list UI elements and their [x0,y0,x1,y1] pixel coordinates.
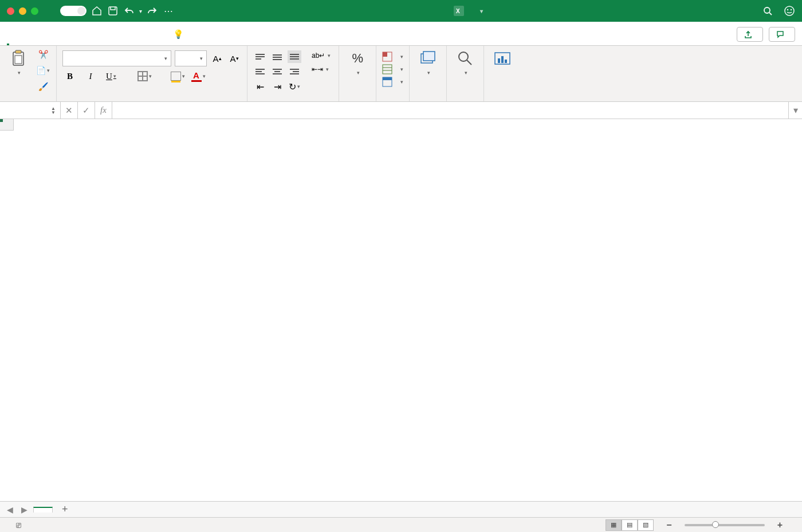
cell-styles-button[interactable]: ▾ [382,77,403,87]
paste-button[interactable]: ▾ [6,48,31,77]
zoom-slider[interactable] [685,524,765,526]
font-color-button[interactable]: A▾ [191,70,206,82]
group-styles: ▾ ▾ ▾ [376,46,410,101]
wrap-text-icon: ab↵ [312,52,325,60]
zoom-thumb-icon[interactable] [712,521,719,528]
add-sheet-button[interactable]: + [56,503,74,515]
tell-me-search[interactable]: 💡 [172,25,188,45]
tab-view[interactable] [135,35,137,45]
format-painter-button[interactable]: 🖌️ [36,80,50,93]
increase-indent-button[interactable]: ⇥ [270,80,284,93]
chart-icon [493,49,512,68]
normal-view-button[interactable]: ▦ [606,519,622,531]
format-as-table-button[interactable]: ▾ [382,64,403,74]
clipboard-icon [9,49,27,68]
group-editing: ▾ [447,46,484,101]
tab-home[interactable] [7,33,9,45]
svg-rect-23 [505,60,507,63]
zoom-in-button[interactable]: + [774,520,786,530]
formula-input[interactable] [112,102,788,119]
italic-button[interactable]: I [83,70,98,82]
save-icon[interactable] [107,5,119,17]
excel-file-icon: X [454,6,464,16]
tab-insert[interactable] [25,35,27,45]
minimize-window-icon[interactable] [19,7,26,15]
merge-cells-button[interactable]: ⇤⇥▾ [309,65,333,73]
formula-bar: ▲▼ ✕ ✓ fx ▾ [0,102,802,119]
group-alignment: ⇤ ⇥ ↻▾ ab↵▾ ⇤⇥▾ [247,46,339,101]
group-analyse [484,46,521,101]
fill-color-button[interactable]: ▾ [170,70,185,82]
comments-button[interactable] [769,27,795,42]
tab-draw[interactable] [44,35,46,45]
group-font: ▾ ▾ A▴ A▾ B I U▾ ▾ ▾ A▾ [57,46,247,101]
font-family-combo[interactable]: ▾ [62,50,171,66]
borders-button[interactable]: ▾ [137,70,152,82]
zoom-out-button[interactable]: − [663,520,675,530]
window-titlebar: ▾ ⋯ X ▾ [0,0,802,22]
svg-rect-16 [383,77,392,80]
status-bar: ⎚ ▦ ▤ ▧ − + [0,517,802,532]
orientation-button[interactable]: ↻▾ [288,80,301,93]
font-size-combo[interactable]: ▾ [175,50,207,66]
editing-menu-button[interactable]: ▾ [453,48,478,77]
cut-button[interactable]: ✂️ [36,48,50,61]
record-macro-icon[interactable]: ⎚ [16,520,21,530]
align-center-button[interactable] [270,65,284,78]
align-middle-button[interactable] [270,50,284,63]
insert-function-button[interactable]: fx [95,102,112,119]
underline-button[interactable]: U▾ [104,70,119,82]
page-layout-view-button[interactable]: ▤ [622,519,638,531]
expand-formula-bar-icon[interactable]: ▾ [788,102,802,119]
sheet-nav-prev-icon[interactable]: ◀ [5,505,15,514]
conditional-formatting-button[interactable]: ▾ [382,52,403,62]
sheet-tab-sheet1[interactable] [33,507,53,513]
svg-point-6 [791,10,792,10]
ribbon-home: ▾ ✂️ 📄▾ 🖌️ ▾ ▾ A▴ A▾ B I U▾ ▾ [0,46,802,102]
wrap-text-button[interactable]: ab↵▾ [309,52,333,60]
align-bottom-button[interactable] [288,50,301,63]
bold-button[interactable]: B [62,70,77,82]
decrease-indent-button[interactable]: ⇤ [253,80,267,93]
percent-icon: % [348,49,367,68]
traffic-lights [7,7,38,15]
tab-page-layout[interactable] [62,35,64,45]
copy-button[interactable]: 📄▾ [36,64,50,77]
align-left-button[interactable] [253,65,267,78]
maximize-window-icon[interactable] [31,7,38,15]
redo-icon[interactable] [147,5,158,17]
align-top-button[interactable] [253,50,267,63]
tab-data[interactable] [99,35,101,45]
cond-format-icon [382,52,392,62]
accept-edit-button[interactable]: ✓ [78,102,95,119]
more-icon[interactable]: ⋯ [163,5,174,17]
increase-font-button[interactable]: A▴ [210,52,224,65]
align-right-button[interactable] [288,65,301,78]
tab-formulas[interactable] [80,35,82,45]
svg-point-19 [459,52,468,61]
tab-developer[interactable] [154,35,156,45]
autosave-toggle[interactable] [60,6,87,16]
decrease-font-button[interactable]: A▾ [227,52,241,65]
svg-rect-8 [15,50,21,53]
cells-menu-button[interactable]: ▾ [415,48,441,77]
cancel-edit-button[interactable]: ✕ [61,102,78,119]
svg-point-4 [785,6,794,15]
sheet-nav-next-icon[interactable]: ▶ [19,505,30,514]
home-icon[interactable] [91,5,103,17]
svg-text:X: X [456,8,460,14]
page-break-view-button[interactable]: ▧ [638,519,654,531]
undo-icon[interactable] [123,5,135,17]
spreadsheet-grid[interactable] [0,119,802,501]
name-box[interactable]: ▲▼ [0,102,61,119]
number-format-button[interactable]: % ▾ [345,48,370,77]
tab-review[interactable] [117,35,119,45]
analyse-data-button[interactable] [490,48,515,70]
search-icon[interactable] [762,5,773,17]
share-icon [744,30,752,38]
smile-feedback-icon[interactable] [784,5,795,17]
close-window-icon[interactable] [7,7,14,15]
row-headers [0,131,14,501]
share-button[interactable] [737,27,763,42]
select-all-corner[interactable] [0,119,14,131]
